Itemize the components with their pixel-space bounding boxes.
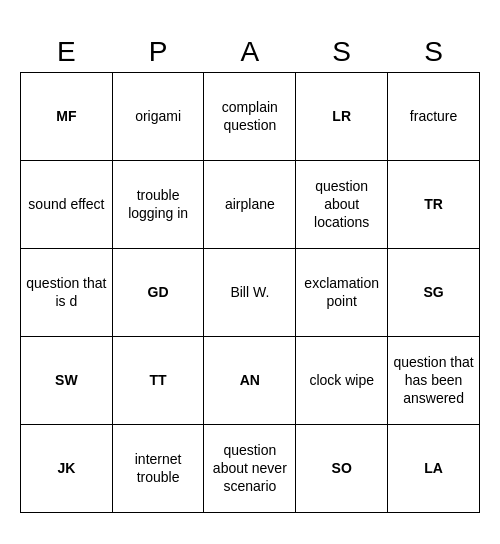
header-col-2: A [204, 32, 296, 73]
cell-0-0: MF [21, 72, 113, 160]
cell-3-2: AN [204, 336, 296, 424]
cell-3-3: clock wipe [296, 336, 388, 424]
table-row-1: sound effecttrouble logging inairplanequ… [21, 160, 480, 248]
header-col-3: S [296, 32, 388, 73]
cell-2-0: question that is d [21, 248, 113, 336]
cell-0-4: fracture [388, 72, 480, 160]
header-row: EPASS [21, 32, 480, 73]
cell-3-1: TT [112, 336, 204, 424]
cell-1-3: question about locations [296, 160, 388, 248]
cell-0-3: LR [296, 72, 388, 160]
cell-1-0: sound effect [21, 160, 113, 248]
cell-3-4: question that has been answered [388, 336, 480, 424]
cell-4-3: SO [296, 424, 388, 512]
header-col-0: E [21, 32, 113, 73]
cell-0-1: origami [112, 72, 204, 160]
table-row-2: question that is dGDBill W.exclamation p… [21, 248, 480, 336]
table-row-3: SWTTANclock wipequestion that has been a… [21, 336, 480, 424]
cell-2-4: SG [388, 248, 480, 336]
cell-4-4: LA [388, 424, 480, 512]
bingo-card: EPASS MForigamicomplain questionLRfractu… [20, 32, 480, 513]
cell-4-2: question about never scenario [204, 424, 296, 512]
table-row-4: JKinternet troublequestion about never s… [21, 424, 480, 512]
cell-4-0: JK [21, 424, 113, 512]
cell-4-1: internet trouble [112, 424, 204, 512]
cell-1-2: airplane [204, 160, 296, 248]
cell-0-2: complain question [204, 72, 296, 160]
cell-2-3: exclamation point [296, 248, 388, 336]
cell-1-4: TR [388, 160, 480, 248]
header-col-1: P [112, 32, 204, 73]
table-row-0: MForigamicomplain questionLRfracture [21, 72, 480, 160]
cell-3-0: SW [21, 336, 113, 424]
header-col-4: S [388, 32, 480, 73]
cell-1-1: trouble logging in [112, 160, 204, 248]
cell-2-2: Bill W. [204, 248, 296, 336]
cell-2-1: GD [112, 248, 204, 336]
